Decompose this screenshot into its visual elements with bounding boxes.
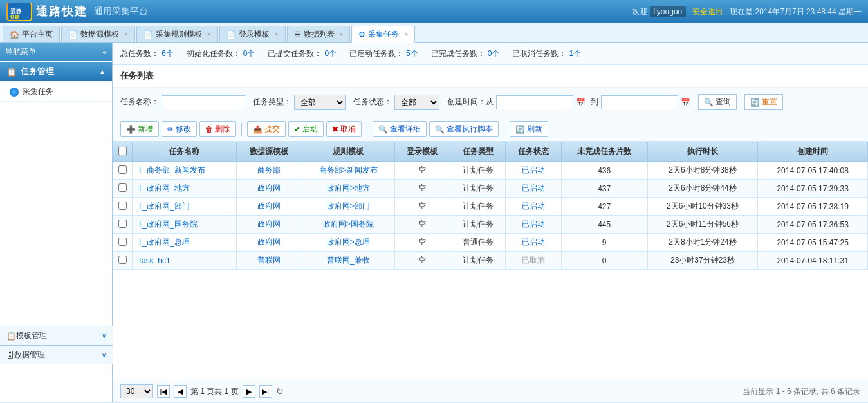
search-date-from-input[interactable] [496,95,573,109]
page-first-btn[interactable]: |◀ [157,385,170,398]
search-date-from-label: 创建时间：从 [447,97,494,108]
row-checkbox-1[interactable] [118,183,127,192]
row-checkbox-3[interactable] [118,220,127,228]
datasource-link-2[interactable]: 政府网 [257,202,281,211]
view-script-button[interactable]: 🔍 查看执行脚本 [429,121,499,137]
rules-link-4[interactable]: 政府网>总理 [327,238,370,247]
stat-init-value[interactable]: 0个 [243,48,255,59]
tab-login-icon: 📄 [226,30,236,39]
pagination-refresh-icon[interactable]: ↻ [276,386,284,397]
search-type-select[interactable]: 全部 计划任务 普通任务 [294,95,346,110]
stat-total: 总任务数： 6个 [120,48,174,59]
stat-submitted-value[interactable]: 0个 [324,48,337,59]
search-status-label: 任务状态： [353,97,392,108]
tab-task-icon: ⚙ [358,30,365,39]
page-next-btn[interactable]: ▶ [243,385,255,398]
cell-datasource-5: 普联网 [236,252,302,270]
calendar-to-icon[interactable]: 📅 [681,98,690,107]
tab-datasource[interactable]: 📄 数据源模板 × [61,26,135,42]
search-type-field: 任务类型： 全部 计划任务 普通任务 [253,95,346,110]
safe-exit-link[interactable]: 安全退出 [692,6,723,17]
tab-login[interactable]: 📄 登录模板 × [219,26,286,42]
stat-cancelled-value[interactable]: 1个 [569,48,581,59]
stat-total-value[interactable]: 6个 [162,48,174,59]
add-button[interactable]: ➕ 新增 [120,121,159,137]
table-row: T_政府网_总理政府网政府网>总理空普通任务已启动92天8小时1分钟24秒201… [113,234,868,252]
search-status-select[interactable]: 全部 已启动 已取消 已完成 初始化 已提交 [394,95,439,110]
sidebar-data-header[interactable]: 🗄 数据管理 ∨ [0,346,113,364]
start-icon: ✔ [294,125,300,134]
search-date-to-input[interactable] [601,95,678,109]
tab-datasource-label: 数据源模板 [80,29,119,40]
row-checkbox-4[interactable] [118,238,127,246]
submit-button[interactable]: 📤 提交 [247,121,286,137]
datasource-link-3[interactable]: 政府网 [257,220,281,229]
task-table: 任务名称 数据源模板 规则模板 登录模板 任务类型 任务状态 未完成任务片数 执… [113,142,868,270]
tab-login-close[interactable]: × [275,31,279,38]
datasource-link-5[interactable]: 普联网 [257,256,281,265]
sidebar-template-header[interactable]: 📋 模板管理 ∨ [0,326,113,345]
datasource-link-0[interactable]: 商务部 [257,165,281,174]
tab-task[interactable]: ⚙ 采集任务 × [351,26,415,43]
header-checkbox-col [113,142,133,162]
view-detail-icon: 🔍 [378,125,388,134]
sidebar-item-collect-task[interactable]: 采集任务 [0,82,112,102]
stat-completed-value[interactable]: 0个 [488,48,500,59]
tab-datalist-close[interactable]: × [340,31,344,38]
calendar-from-icon[interactable]: 📅 [576,98,586,107]
page-last-btn[interactable]: ▶| [259,385,272,398]
pagination-footer-info: 当前显示 1 - 6 条记录, 共 6 条记录 [743,386,860,397]
datasource-link-1[interactable]: 政府网 [257,183,281,192]
task-name-link-2[interactable]: T_政府网_部门 [138,202,190,211]
rules-link-2[interactable]: 政府网>部门 [327,202,370,211]
task-name-link-0[interactable]: T_商务部_新闻发布 [138,165,205,174]
reset-icon: 🔄 [750,98,760,107]
cell-created-5: 2014-07-04 18:11:31 [758,252,868,270]
rules-link-5[interactable]: 普联网_兼收 [327,256,370,265]
reset-button[interactable]: 🔄 重置 [744,94,783,110]
view-detail-label: 查看详细 [390,124,421,135]
tab-rules[interactable]: 📄 采集规则模板 × [136,26,218,42]
task-name-link-3[interactable]: T_政府网_国务院 [138,220,198,229]
task-name-link-5[interactable]: Task_hc1 [138,256,171,265]
sidebar-item-task-mgmt[interactable]: 📋 任务管理 ▲ [0,62,112,81]
cell-rules-5: 普联网_兼收 [302,252,395,270]
start-label: 启动 [302,124,318,135]
data-section-icon: 🗄 [6,351,14,360]
row-checkbox-5[interactable] [118,256,127,264]
search-name-input[interactable] [162,95,245,109]
task-name-link-4[interactable]: T_政府网_总理 [138,238,190,247]
start-button[interactable]: ✔ 启动 [288,121,324,137]
tab-datalist-icon: ☰ [294,30,301,39]
tab-datalist[interactable]: ☰ 数据列表 × [287,26,351,42]
refresh-button[interactable]: 🔄 刷新 [510,121,548,137]
page-size-select[interactable]: 10 20 30 50 100 [120,384,153,398]
tab-task-label: 采集任务 [368,29,399,40]
view-detail-button[interactable]: 🔍 查看详细 [373,121,427,137]
datasource-link-4[interactable]: 政府网 [257,238,281,247]
cell-rules-1: 政府网>地方 [302,180,395,198]
rules-link-3[interactable]: 政府网>国务院 [323,220,374,229]
rules-link-0[interactable]: 商务部>新闻发布 [319,165,378,174]
tab-rules-close[interactable]: × [207,31,211,38]
search-bar: 任务名称： 任务类型： 全部 计划任务 普通任务 任务状态： 全部 已启动 已取… [113,88,868,117]
search-name-label: 任务名称： [120,97,159,108]
task-name-link-1[interactable]: T_政府网_地方 [138,183,190,192]
row-checkbox-0[interactable] [118,165,127,174]
stat-started-value[interactable]: 5个 [406,48,418,59]
tab-datasource-close[interactable]: × [124,31,128,38]
rules-link-1[interactable]: 政府网>地方 [327,183,370,192]
tab-task-close[interactable]: × [404,31,408,38]
refresh-icon: 🔄 [515,125,525,134]
delete-label: 删除 [215,124,230,135]
query-button[interactable]: 🔍 查询 [698,94,737,110]
header-created: 创建时间 [758,142,868,162]
select-all-checkbox[interactable] [118,147,127,155]
sidebar-collapse-icon[interactable]: « [102,48,107,57]
delete-button[interactable]: 🗑 删除 [199,121,236,137]
edit-button[interactable]: ✏ 修改 [162,121,197,137]
tab-home[interactable]: 🏠 平台主页 [3,26,60,42]
row-checkbox-2[interactable] [118,202,127,210]
cancel-button[interactable]: ✖ 取消 [326,121,362,137]
page-prev-btn[interactable]: ◀ [174,385,187,398]
